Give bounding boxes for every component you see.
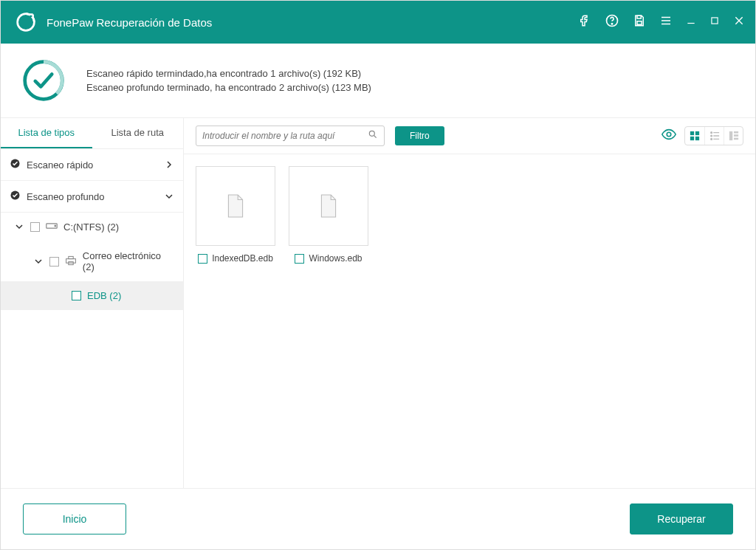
tree-drive[interactable]: C:(NTFS) (2) [1, 213, 183, 241]
svg-point-11 [55, 225, 56, 227]
app-title: FonePaw Recuperación de Datos [47, 16, 578, 29]
file-icon [319, 194, 338, 218]
tree-quick-scan[interactable]: Escaneo rápido [1, 149, 183, 181]
recover-button[interactable]: Recuperar [630, 503, 733, 534]
svg-point-15 [369, 131, 374, 136]
app-window: FonePaw Recuperación de Datos [0, 0, 756, 550]
deep-scan-message: Escaneo profundo terminado, ha encontrad… [86, 82, 371, 93]
tree-label: Escaneo rápido [27, 159, 158, 171]
preview-eye-icon[interactable] [661, 126, 677, 145]
file-thumbnail [196, 166, 275, 246]
file-thumbnail [289, 166, 368, 246]
svg-rect-27 [734, 138, 738, 140]
tree-label: C:(NTFS) (2) [63, 221, 119, 233]
svg-rect-25 [734, 131, 738, 134]
file-item[interactable]: Windows.edb [289, 166, 368, 476]
help-icon[interactable] [605, 13, 619, 31]
file-name: IndexedDB.edb [212, 253, 273, 264]
scan-messages: Escaneo rápido termindado,ha encontrado … [86, 65, 371, 96]
detail-view-icon[interactable] [724, 127, 743, 145]
svg-rect-13 [69, 256, 73, 258]
checkbox[interactable] [72, 291, 81, 300]
minimize-icon[interactable] [686, 16, 696, 29]
svg-rect-17 [690, 131, 694, 135]
checkbox[interactable] [30, 222, 40, 232]
printer-icon [65, 255, 77, 268]
tree: Escaneo rápido Escaneo profundo [1, 149, 183, 310]
titlebar-actions [578, 13, 745, 31]
maximize-icon[interactable] [709, 16, 720, 29]
sidebar-tabs: Lista de tipos Lista de ruta [1, 118, 183, 149]
save-icon[interactable] [633, 14, 646, 30]
svg-rect-18 [695, 131, 699, 135]
scan-status-header: Escaneo rápido termindado,ha encontrado … [1, 44, 755, 118]
tab-types[interactable]: Lista de tipos [1, 118, 92, 148]
svg-rect-12 [66, 258, 75, 263]
main-panel: Filtro [184, 118, 755, 488]
menu-icon[interactable] [659, 14, 673, 30]
sidebar: Lista de tipos Lista de ruta Escaneo ráp… [1, 118, 184, 488]
tree-label: Escaneo profundo [27, 191, 158, 202]
file-grid: IndexedDB.edb Windows.edb [184, 154, 755, 488]
file-item[interactable]: IndexedDB.edb [196, 166, 275, 476]
file-name: Windows.edb [309, 253, 362, 264]
file-icon [226, 194, 245, 218]
app-logo [16, 12, 36, 32]
toolbar: Filtro [184, 118, 755, 154]
svg-rect-6 [712, 18, 718, 24]
tree-email[interactable]: Correo electrónico (2) [1, 241, 183, 281]
grid-view-icon[interactable] [685, 127, 704, 145]
footer: Inicio Recuperar [1, 488, 755, 549]
svg-point-3 [611, 24, 612, 24]
disk-icon [46, 221, 58, 233]
home-button[interactable]: Inicio [23, 503, 126, 534]
svg-rect-5 [637, 16, 641, 18]
main-body: Lista de tipos Lista de ruta Escaneo ráp… [1, 118, 755, 488]
chevron-down-icon [164, 191, 174, 202]
titlebar: FonePaw Recuperación de Datos [1, 1, 755, 44]
filter-button[interactable]: Filtro [395, 126, 444, 145]
checkbox[interactable] [295, 254, 304, 264]
view-mode-toggle [684, 126, 743, 145]
tree-label: Correo electrónico (2) [83, 250, 174, 272]
view-controls [661, 126, 743, 145]
tree-edb[interactable]: EDB (2) [1, 281, 183, 310]
facebook-icon[interactable] [578, 14, 591, 30]
svg-point-21 [710, 132, 712, 134]
chevron-down-icon [33, 256, 44, 267]
list-view-icon[interactable] [704, 127, 724, 145]
svg-rect-20 [695, 137, 699, 140]
quick-scan-message: Escaneo rápido termindado,ha encontrado … [86, 68, 371, 79]
tab-path[interactable]: Lista de ruta [92, 118, 184, 148]
close-icon[interactable] [733, 15, 745, 30]
svg-point-22 [710, 135, 712, 137]
svg-rect-24 [729, 131, 732, 140]
svg-point-23 [710, 139, 712, 140]
checked-circle-icon [10, 158, 21, 171]
svg-rect-19 [690, 137, 694, 140]
search-icon[interactable] [368, 129, 378, 142]
search-input[interactable] [202, 131, 363, 141]
tree-deep-scan[interactable]: Escaneo profundo [1, 181, 183, 213]
checkbox[interactable] [198, 254, 207, 264]
search-box[interactable] [196, 126, 385, 146]
chevron-down-icon [14, 221, 24, 233]
svg-rect-4 [637, 21, 642, 25]
svg-rect-26 [734, 134, 738, 137]
checkbox[interactable] [49, 257, 59, 267]
chevron-right-icon [164, 159, 174, 171]
svg-point-16 [667, 132, 671, 137]
tree-label: EDB (2) [87, 290, 121, 301]
checked-circle-icon [10, 190, 21, 203]
success-check-icon [21, 58, 66, 103]
